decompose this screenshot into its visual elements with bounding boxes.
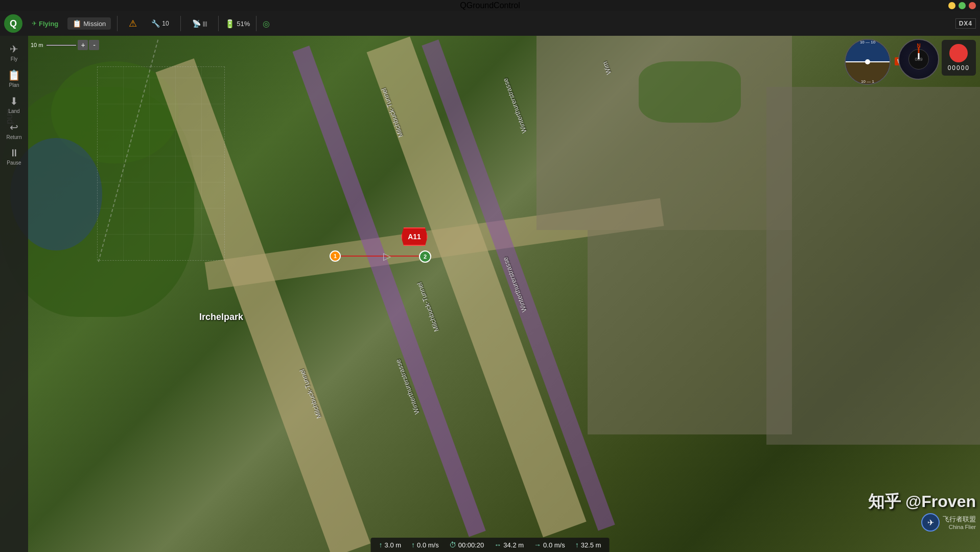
flying-icon: ✈ (32, 20, 37, 27)
scale-value: 10 m (31, 42, 43, 48)
watermark-org1: 飞行者联盟 (943, 515, 976, 524)
waypoint-1[interactable]: 1 (330, 250, 341, 262)
sidebar-item-plan[interactable]: 📋 Plan (2, 66, 27, 91)
toolbar-divider-1 (117, 16, 118, 31)
app-logo[interactable]: Q (4, 14, 22, 33)
watermark-logo-row: ✈ 飞行者联盟 China Flier (868, 513, 976, 532)
sidebar-pause-label: Pause (7, 160, 21, 166)
return-icon: ↩ (10, 121, 18, 133)
battery-value: 51% (237, 20, 250, 28)
attitude-indicator: 10 — 10 10 — 1 W 089 (845, 39, 891, 85)
sidebar-item-fly[interactable]: ✈ Fly (2, 40, 27, 65)
signal-bars: ||| (203, 20, 207, 27)
road-sign-inner: A11 (401, 227, 428, 246)
attitude-container: 10 — 10 10 — 1 W 089 (845, 39, 891, 85)
sidebar-fly-label: Fly (11, 56, 17, 62)
toolbar-divider-3 (218, 16, 219, 31)
road-sign-label: A11 (408, 233, 421, 241)
dx4-logo: DX4 (955, 18, 976, 29)
sidebar-item-pause[interactable]: ⏸ Pause (2, 144, 27, 169)
sidebar-item-land[interactable]: ⬇ Land (2, 92, 27, 117)
road-sign-a11[interactable]: A11 (401, 227, 428, 246)
sidebar: ✈ Fly 📋 Plan ⬇ Land ↩ Return ⏸ Pause (0, 36, 28, 552)
gps-indicator: ◎ (263, 19, 270, 29)
buildings-far-right (766, 87, 980, 445)
attitude-center (865, 59, 870, 64)
waypoint-1-label: 1 (334, 253, 337, 259)
wrench-icon: 🔧 (151, 19, 160, 28)
vspeed-value: 0.0 m/s (417, 541, 439, 549)
vspeed-icon: ↑ (411, 541, 415, 549)
flying-label: Flying (39, 20, 58, 28)
maximize-button[interactable] (959, 2, 966, 9)
mission-label: Mission (83, 20, 106, 28)
gps-icon: ◎ (263, 19, 270, 29)
record-counter: 00000 (948, 64, 970, 72)
mission-line-1 (335, 256, 419, 257)
scale-plus-button[interactable]: + (78, 40, 88, 50)
land-icon: ⬇ (10, 95, 18, 107)
distance-value: 34.2 m (503, 541, 524, 549)
fd-distance: ↔ 34.2 m (494, 541, 524, 549)
altitude-up-icon: ↑ (379, 541, 383, 549)
att-top-label: 10 — 10 (860, 40, 875, 44)
fd-time: ⏱ 00:00:20 (449, 541, 484, 549)
fd-altitude2: ↑ 32.5 m (575, 541, 601, 549)
fly-icon: ✈ (10, 43, 18, 55)
plan-icon: 📋 (8, 69, 20, 81)
wing-left (856, 61, 866, 62)
hspeed-icon: → (534, 541, 541, 549)
altitude-value: 3.0 m (385, 541, 402, 549)
flight-data-panel: ↑ 3.0 m ↑ 0.0 m/s ⏱ 00:00:20 ↔ 34.2 m → … (371, 538, 610, 552)
mission-grid (97, 66, 225, 261)
altitude2-value: 32.5 m (581, 541, 601, 549)
titlebar-controls[interactable] (948, 0, 976, 11)
compass-widget: N 089 (898, 39, 939, 80)
watermark: 知乎 @Froven ✈ 飞行者联盟 China Flier (868, 491, 976, 532)
toolbar: Q ✈ Flying 📋 Mission ⚠ 🔧 10 📡 ||| 🔋 51% … (0, 11, 980, 36)
scale-indicator: 10 m + - (31, 40, 99, 50)
alert-icon: ⚠ (129, 18, 137, 29)
map-area[interactable]: Irchelpark Milchbuck-Tunnel Milchbuck-Tu… (0, 36, 980, 552)
settings-button[interactable]: 🔧 10 (146, 17, 174, 30)
sidebar-land-label: Land (8, 108, 19, 114)
mission-icon: 📋 (73, 19, 81, 28)
toolbar-divider-2 (180, 16, 181, 31)
sidebar-plan-label: Plan (9, 82, 19, 88)
alert-button[interactable]: ⚠ (124, 16, 142, 31)
altitude2-icon: ↑ (575, 541, 579, 549)
park-label: Irchelpark (199, 312, 243, 323)
watermark-org2: China Flier (943, 524, 976, 530)
record-panel: 00000 (942, 40, 976, 76)
fd-vspeed: ↑ 0.0 m/s (411, 541, 439, 549)
watermark-logo-icon: ✈ (921, 513, 940, 532)
buildings-right (588, 230, 792, 434)
scale-controls: + - (46, 40, 99, 50)
watermark-chinese: 知乎 @Froven (868, 491, 976, 513)
fd-altitude: ↑ 3.0 m (379, 541, 402, 549)
green-right-top (639, 61, 741, 123)
time-icon: ⏱ (449, 541, 456, 549)
dx4-label: DX4 (959, 20, 972, 27)
mission-arrow: ▷ (383, 250, 391, 262)
signal-icon: 📡 (192, 19, 201, 28)
attitude-ring (845, 39, 891, 85)
titlebar: QGroundControl (0, 0, 980, 11)
scale-minus-button[interactable]: - (89, 40, 99, 50)
toolbar-divider-4 (256, 16, 256, 31)
toolbar-right: DX4 (955, 18, 976, 29)
mission-button[interactable]: 📋 Mission (67, 17, 111, 30)
sidebar-item-return[interactable]: ↩ Return (2, 118, 27, 143)
record-button[interactable] (949, 44, 968, 62)
titlebar-title: QGroundControl (460, 1, 520, 10)
scale-bar (46, 44, 77, 46)
waypoint-2[interactable]: 2 (419, 250, 431, 263)
hspeed-value: 0.0 m/s (543, 541, 565, 549)
battery-icon: 🔋 (225, 19, 235, 29)
close-button[interactable] (969, 2, 976, 9)
minimize-button[interactable] (948, 2, 955, 9)
sidebar-return-label: Return (6, 134, 21, 140)
compass-ring: N 089 (898, 39, 939, 80)
fly-button[interactable]: ✈ Flying (27, 18, 63, 30)
time-value: 00:00:20 (458, 541, 484, 549)
